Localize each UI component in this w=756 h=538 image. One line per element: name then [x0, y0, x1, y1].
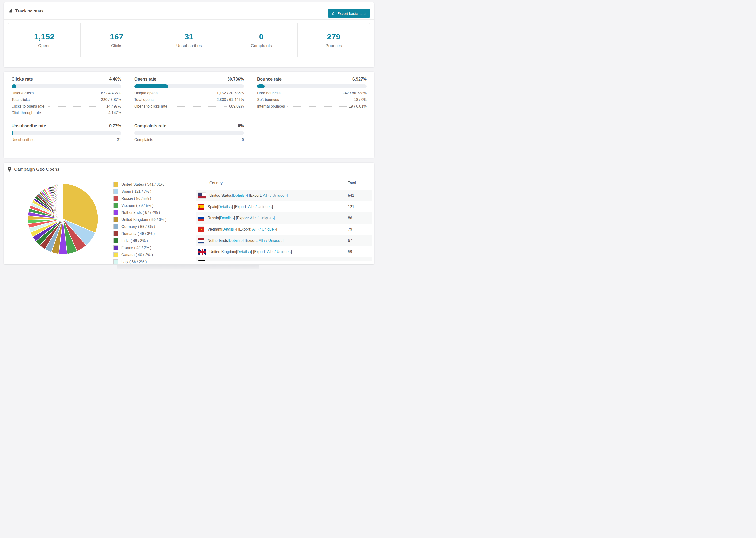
details-link[interactable]: Details ›	[220, 216, 234, 220]
column-header-country: Country	[196, 181, 348, 185]
stat-value: 279	[327, 32, 341, 41]
gb-flag-icon	[198, 249, 206, 255]
export-all-link[interactable]: All ›	[263, 193, 270, 198]
geo-title: Campaign Geo Opens	[14, 167, 59, 172]
link-separator: /	[256, 216, 259, 220]
table-row-gb: United Kingdom [Details ›] [Export: All …	[196, 246, 372, 257]
export-prefix: [Export:	[244, 239, 259, 243]
stat-cell-complaints: 0Complaints	[225, 24, 298, 57]
dotted-leader	[156, 99, 214, 100]
country-name: Germany	[208, 261, 224, 261]
rate-block-bounce-rate: Bounce rate6.927%Hard bounces242 / 86.73…	[257, 77, 367, 115]
metric-label: Unsubscribes	[12, 137, 34, 142]
stat-cell-bounces: 279Bounces	[298, 24, 370, 57]
details-link[interactable]: Details ›	[237, 250, 251, 254]
export-unique-link[interactable]: Unique ›	[268, 239, 283, 243]
legend-item-united-kingdom[interactable]: United Kingdom ( 59 / 3% )	[113, 217, 191, 222]
legend-swatch	[113, 196, 118, 201]
details-link[interactable]: Details ›	[229, 239, 243, 243]
metric-label: Hard bounces	[257, 91, 281, 95]
export-all-link[interactable]: All ›	[252, 227, 259, 232]
metric-label: Total clicks	[12, 97, 29, 102]
legend-item-russia[interactable]: Russia ( 86 / 5% )	[113, 196, 191, 201]
rate-title: Opens rate	[134, 77, 156, 82]
metric-rows: Unsubscribes31	[12, 137, 121, 142]
details-link[interactable]: Details ›	[225, 261, 239, 261]
tracking-stats-header: Tracking stats	[4, 2, 374, 20]
rate-title-row: Bounce rate6.927%	[257, 77, 367, 82]
export-all-link[interactable]: All ›	[259, 239, 265, 243]
export-unique-link[interactable]: Unique ›	[264, 261, 279, 261]
details-link[interactable]: Details ›	[218, 205, 232, 209]
pie-slice-61[interactable]	[63, 184, 63, 219]
export-prefix: [Export:	[236, 216, 250, 220]
legend-item-france[interactable]: France ( 42 / 2% )	[113, 245, 191, 250]
rate-title-row: Clicks rate4.46%	[12, 77, 121, 82]
metric-row: Opens to clicks rate689.82%	[134, 104, 244, 108]
table-row-vn: Vietnam [Details ›] [Export: All › / Uni…	[196, 224, 372, 235]
country-cell: Vietnam [Details ›] [Export: All › / Uni…	[196, 227, 348, 232]
rate-title-row: Unsubscribe rate0.77%	[12, 124, 121, 129]
metric-row: Hard bounces242 / 86.738%	[257, 91, 367, 95]
country-name: Spain	[207, 205, 217, 209]
export-unique-link[interactable]: Unique ›	[257, 205, 272, 209]
page-title: Tracking stats	[15, 9, 43, 14]
legend-item-germany[interactable]: Germany ( 55 / 3% )	[113, 224, 191, 229]
legend-swatch	[113, 224, 118, 229]
export-all-link[interactable]: All ›	[248, 205, 255, 209]
metric-value: 18 / 0%	[354, 97, 367, 102]
details-link[interactable]: Details ›	[222, 227, 236, 232]
legend-item-italy[interactable]: Italy ( 36 / 2% )	[113, 259, 191, 264]
link-separator: /	[265, 239, 268, 243]
metric-row: Unsubscribes31	[12, 137, 121, 142]
geo-content: United States ( 541 / 31% )Spain ( 121 /…	[4, 176, 374, 264]
metric-rows: Unique clicks167 / 4.456%Total clicks220…	[12, 91, 121, 115]
export-unique-link[interactable]: Unique ›	[273, 193, 287, 198]
legend-item-netherlands[interactable]: Netherlands ( 67 / 4% )	[113, 210, 191, 215]
legend-swatch	[113, 217, 118, 222]
legend-label: Netherlands ( 67 / 4% )	[121, 211, 160, 215]
export-basic-stats-button[interactable]: Export basic stats	[328, 9, 370, 18]
country-cell: Germany [Details ›] [Export: All › / Uni…	[196, 260, 348, 261]
dotted-leader	[36, 93, 96, 93]
rates-card: Clicks rate4.46%Unique clicks167 / 4.456…	[4, 72, 374, 158]
metric-value: 1,152 / 30.736%	[216, 91, 244, 95]
metric-label: Opens to clicks rate	[134, 104, 167, 108]
metric-row: Total opens2,303 / 61.446%	[134, 97, 244, 102]
export-unique-link[interactable]: Unique ›	[277, 250, 291, 254]
details-link[interactable]: Details ›	[233, 193, 247, 198]
legend-item-united-states[interactable]: United States ( 541 / 31% )	[113, 182, 191, 187]
legend-item-canada[interactable]: Canada ( 40 / 2% )	[113, 252, 191, 257]
export-prefix: [Export:	[238, 227, 252, 232]
export-all-link[interactable]: All ›	[250, 216, 257, 220]
bar-chart-icon	[8, 9, 13, 13]
country-name: United Kingdom	[209, 250, 236, 254]
export-unique-link[interactable]: Unique ›	[262, 227, 276, 232]
export-all-link[interactable]: All ›	[267, 250, 274, 254]
rate-value: 30.736%	[227, 77, 244, 82]
legend-item-spain[interactable]: Spain ( 121 / 7% )	[113, 189, 191, 194]
bracket: ]	[276, 227, 277, 232]
bracket: ]	[236, 227, 238, 232]
metric-value: 220 / 5.87%	[101, 97, 121, 102]
total-value: 55	[348, 261, 372, 261]
stat-value: 167	[110, 32, 124, 41]
metric-value: 242 / 86.738%	[343, 91, 367, 95]
export-unique-link[interactable]: Unique ›	[259, 216, 274, 220]
page-bottom-shade	[117, 265, 259, 269]
metric-value: 167 / 4.456%	[99, 91, 121, 95]
stat-cell-unsubscribes: 31Unsubscribes	[153, 24, 225, 57]
legend-item-vietnam[interactable]: Vietnam ( 79 / 5% )	[113, 203, 191, 208]
stat-label: Complaints	[251, 43, 272, 48]
legend-item-romania[interactable]: Romania ( 49 / 3% )	[113, 231, 191, 236]
bracket: ]	[274, 216, 275, 220]
export-all-link[interactable]: All ›	[255, 261, 261, 261]
tracking-stats-page: { "colors": { "accent": "#0e87a1", "link…	[0, 0, 378, 269]
metric-label: Unique opens	[134, 91, 158, 95]
metric-value: 0	[242, 137, 244, 142]
legend-swatch	[113, 245, 118, 250]
geo-pie-chart[interactable]	[26, 183, 99, 256]
legend-swatch	[113, 231, 118, 236]
legend-label: India ( 46 / 3% )	[121, 239, 148, 243]
legend-item-india[interactable]: India ( 46 / 3% )	[113, 238, 191, 243]
